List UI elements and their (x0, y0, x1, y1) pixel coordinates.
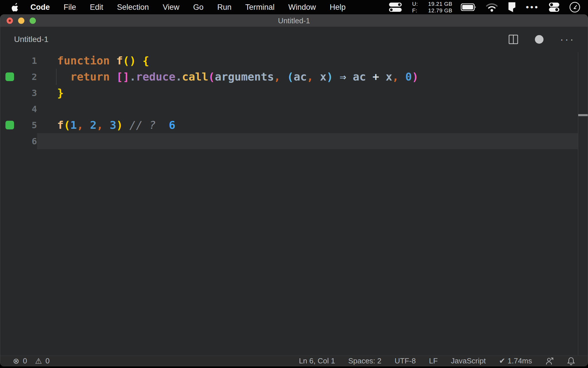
line-content[interactable]: function f() { (37, 53, 578, 69)
apple-logo-icon[interactable] (11, 3, 19, 12)
close-button[interactable] (7, 18, 13, 24)
coverage-marker-icon (5, 121, 14, 129)
traffic-lights (7, 15, 36, 27)
token-number: 1 (70, 119, 77, 131)
line-number: 3 (19, 88, 37, 98)
more-dots-icon[interactable]: ••• (526, 3, 539, 12)
token-keyword: return (70, 70, 110, 83)
menu-terminal[interactable]: Terminal (238, 3, 281, 12)
control-center-icon[interactable] (548, 2, 560, 12)
token-bracket2: ( (208, 70, 215, 83)
menu-items: CodeFileEditSelectionViewGoRunTerminalWi… (24, 3, 353, 12)
token-member: reduce (136, 70, 175, 83)
menu-file[interactable]: File (57, 3, 83, 12)
overview-ruler-cursor-mark (578, 114, 588, 116)
split-editor-icon[interactable] (508, 34, 518, 44)
status-item-lf[interactable]: LF (429, 356, 438, 365)
line-content[interactable]: return [].reduce.call(arguments, (ac, x)… (37, 69, 578, 85)
token-fnName: f (57, 119, 64, 131)
battery-icon[interactable] (461, 3, 477, 11)
code-lines: 1function f() {2 return [].reduce.call(a… (0, 53, 588, 149)
line-number: 4 (19, 104, 37, 114)
token-plain (103, 119, 110, 131)
token-plain (84, 119, 90, 131)
token-comma: , (77, 119, 84, 131)
gutter (0, 72, 19, 81)
code-line-1[interactable]: 1function f() { (0, 53, 588, 69)
menu-help[interactable]: Help (323, 3, 353, 12)
scrollbar[interactable] (578, 52, 588, 356)
token-comma: , (392, 70, 399, 83)
problems-indicator[interactable]: ⊗ 0 ⚠ 0 (13, 356, 54, 366)
coverage-marker-icon (5, 72, 14, 81)
token-plain (379, 70, 386, 83)
bell-icon[interactable] (567, 357, 575, 365)
token-comma: , (274, 70, 281, 83)
status-item-javascript[interactable]: JavaScript (451, 356, 486, 365)
token-plain (57, 70, 70, 83)
token-bracket1: } (57, 87, 64, 99)
line-number: 6 (19, 136, 37, 146)
line-content[interactable]: } (37, 85, 578, 101)
token-plain (366, 70, 373, 83)
token-fnName: f (116, 54, 123, 67)
code-line-4[interactable]: 4 (0, 101, 588, 117)
feedback-icon[interactable] (545, 357, 554, 365)
line-number: 1 (19, 55, 37, 66)
line-content[interactable]: f(1, 2, 3) // ? 6 (37, 117, 578, 133)
token-punct: . (129, 70, 136, 83)
more-actions-icon[interactable]: ··· (560, 37, 575, 41)
memory-usage-readout[interactable]: U:19.21 GB F:12.79 GB (412, 1, 452, 14)
menu-selection[interactable]: Selection (110, 3, 156, 12)
macos-menu-bar: CodeFileEditSelectionViewGoRunTerminalWi… (0, 0, 588, 14)
wifi-icon[interactable] (486, 3, 498, 12)
token-comma: , (307, 70, 314, 83)
token-plain (399, 70, 405, 83)
menu-go[interactable]: Go (186, 3, 210, 12)
code-line-6[interactable]: 6 (0, 133, 588, 149)
status-item-utf-8[interactable]: UTF-8 (395, 356, 416, 365)
minimize-button[interactable] (18, 18, 24, 24)
token-plain (346, 70, 353, 83)
token-bracket3: ( (287, 70, 294, 83)
line-number: 2 (19, 72, 37, 82)
zoom-button[interactable] (30, 18, 36, 24)
token-number: 3 (110, 119, 116, 131)
token-plain (313, 70, 320, 83)
token-bracket2: [] (116, 70, 129, 83)
window-title-bar[interactable]: Untitled-1 (0, 15, 588, 27)
clock-icon[interactable] (569, 1, 581, 13)
check-icon: ✔ (499, 356, 505, 365)
menu-edit[interactable]: Edit (83, 3, 110, 12)
modified-dot-icon[interactable] (535, 35, 543, 44)
window-title: Untitled-1 (278, 16, 310, 25)
token-punct: . (175, 70, 182, 83)
code-line-3[interactable]: 3} (0, 85, 588, 101)
warning-count: 0 (45, 356, 49, 365)
code-editor[interactable]: 1function f() {2 return [].reduce.call(a… (0, 52, 588, 356)
token-number: 2 (90, 119, 96, 131)
token-bracket1: { (142, 54, 149, 67)
menu-window[interactable]: Window (281, 3, 323, 12)
status-item-ln-6-col-1[interactable]: Ln 6, Col 1 (299, 356, 335, 365)
line-content[interactable] (37, 133, 578, 149)
code-line-2[interactable]: 2 return [].reduce.call(arguments, (ac, … (0, 69, 588, 85)
tab-untitled-1[interactable]: Untitled-1 (14, 35, 49, 44)
code-line-5[interactable]: 5f(1, 2, 3) // ? 6 (0, 117, 588, 133)
error-count: 0 (23, 356, 27, 365)
token-bracket3: ) (326, 70, 333, 83)
token-comma: , (96, 119, 103, 131)
vscode-window: Untitled-1 Untitled-1 ··· 1function f() … (0, 14, 588, 366)
menu-view[interactable]: View (156, 3, 186, 12)
line-content[interactable] (37, 101, 578, 117)
box-icon[interactable] (507, 2, 517, 13)
stats-toggles-icon[interactable] (388, 2, 403, 12)
menu-code[interactable]: Code (24, 3, 57, 12)
menu-run[interactable]: Run (210, 3, 239, 12)
quokka-perf-indicator[interactable]: ✔ 1.74ms (499, 356, 532, 365)
token-method: call (182, 70, 208, 83)
token-comment: // ? (129, 119, 156, 131)
status-item-spaces-2[interactable]: Spaces: 2 (348, 356, 382, 365)
gutter (0, 121, 19, 129)
token-plain (281, 70, 287, 83)
